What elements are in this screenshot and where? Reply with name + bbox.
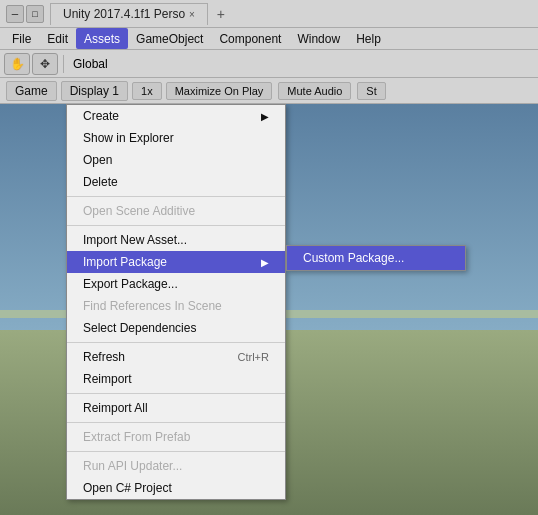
menu-sep-4	[67, 393, 285, 394]
menu-sep-3	[67, 342, 285, 343]
tab-label: Unity 2017.4.1f1 Perso	[63, 7, 185, 21]
menu-window[interactable]: Window	[289, 28, 348, 49]
menu-assets[interactable]: Assets	[76, 28, 128, 49]
menu-import-new-asset[interactable]: Import New Asset...	[67, 229, 285, 251]
toolbar-separator	[63, 55, 64, 73]
menu-reimport-all[interactable]: Reimport All	[67, 397, 285, 419]
assets-dropdown-menu[interactable]: Create ▶ Show in Explorer Open Delete Op…	[66, 104, 286, 500]
global-label: Global	[73, 57, 108, 71]
toolbar: ✋ ✥ Global	[0, 50, 538, 78]
main-tab[interactable]: Unity 2017.4.1f1 Perso ×	[50, 3, 208, 25]
add-tab-button[interactable]: +	[210, 3, 232, 25]
menu-open-scene-additive[interactable]: Open Scene Additive	[67, 200, 285, 222]
menu-select-dependencies[interactable]: Select Dependencies	[67, 317, 285, 339]
menu-show-in-explorer[interactable]: Show in Explorer	[67, 127, 285, 149]
scale-dropdown[interactable]: 1x	[132, 82, 162, 100]
stats-button[interactable]: St	[357, 82, 385, 100]
menu-sep-5	[67, 422, 285, 423]
menu-refresh[interactable]: Refresh Ctrl+R	[67, 346, 285, 368]
menu-sep-6	[67, 451, 285, 452]
menu-bar: File Edit Assets GameObject Component Wi…	[0, 28, 538, 50]
game-tab[interactable]: Game	[6, 81, 57, 101]
import-package-submenu[interactable]: Custom Package...	[286, 245, 466, 271]
title-bar: ─ □ Unity 2017.4.1f1 Perso × +	[0, 0, 538, 28]
menu-import-package[interactable]: Import Package ▶	[67, 251, 285, 273]
menu-edit[interactable]: Edit	[39, 28, 76, 49]
maximize-button[interactable]: □	[26, 5, 44, 23]
display-dropdown[interactable]: Display 1	[61, 81, 128, 101]
menu-find-references[interactable]: Find References In Scene	[67, 295, 285, 317]
import-package-arrow-icon: ▶	[261, 257, 269, 268]
menu-delete[interactable]: Delete	[67, 171, 285, 193]
window-controls: ─ □	[6, 5, 44, 23]
menu-open[interactable]: Open	[67, 149, 285, 171]
menu-open-csharp-project[interactable]: Open C# Project	[67, 477, 285, 499]
menu-extract-from-prefab[interactable]: Extract From Prefab	[67, 426, 285, 448]
menu-help[interactable]: Help	[348, 28, 389, 49]
create-arrow-icon: ▶	[261, 111, 269, 122]
menu-sep-2	[67, 225, 285, 226]
maximize-on-play-button[interactable]: Maximize On Play	[166, 82, 273, 100]
menu-create[interactable]: Create ▶	[67, 105, 285, 127]
menu-file[interactable]: File	[4, 28, 39, 49]
move-tool-button[interactable]: ✥	[32, 53, 58, 75]
menu-reimport[interactable]: Reimport	[67, 368, 285, 390]
hand-tool-button[interactable]: ✋	[4, 53, 30, 75]
mute-audio-button[interactable]: Mute Audio	[278, 82, 351, 100]
submenu-custom-package[interactable]: Custom Package...	[287, 246, 465, 270]
menu-export-package[interactable]: Export Package...	[67, 273, 285, 295]
menu-gameobject[interactable]: GameObject	[128, 28, 211, 49]
menu-sep-1	[67, 196, 285, 197]
menu-run-api-updater[interactable]: Run API Updater...	[67, 455, 285, 477]
tab-area: Unity 2017.4.1f1 Perso × +	[50, 3, 232, 25]
minimize-button[interactable]: ─	[6, 5, 24, 23]
toolbar2: Game Display 1 1x Maximize On Play Mute …	[0, 78, 538, 104]
main-area: Create ▶ Show in Explorer Open Delete Op…	[0, 104, 538, 515]
tab-close[interactable]: ×	[189, 9, 195, 20]
menu-component[interactable]: Component	[211, 28, 289, 49]
